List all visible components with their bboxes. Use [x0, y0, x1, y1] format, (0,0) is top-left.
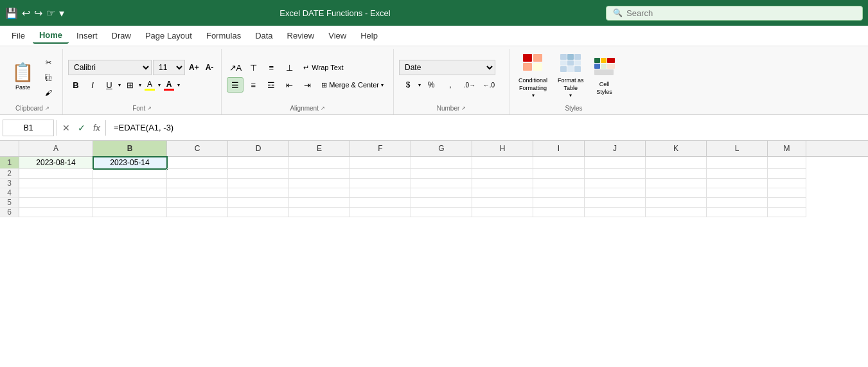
cell-D1[interactable]	[228, 157, 289, 169]
cell-H6[interactable]	[472, 208, 533, 217]
cell-H3[interactable]	[472, 179, 533, 188]
border-button[interactable]: ⊞	[122, 77, 137, 93]
font-family-selector[interactable]: Calibri	[68, 60, 152, 75]
cell-C2[interactable]	[167, 169, 228, 179]
customize-icon[interactable]: ▾	[59, 7, 64, 19]
cell-A1[interactable]: 2023-08-14	[19, 157, 93, 169]
formula-cancel-button[interactable]: ✕	[60, 121, 73, 134]
fmt-table-dropdown[interactable]: ▾	[569, 93, 572, 98]
cell-M3[interactable]	[768, 179, 806, 188]
font-shrink-button[interactable]: A-	[203, 60, 217, 75]
cell-F5[interactable]	[350, 198, 411, 208]
formula-confirm-button[interactable]: ✓	[75, 121, 88, 134]
cell-J1[interactable]	[585, 157, 646, 169]
menu-file[interactable]: File	[5, 28, 31, 43]
row-num-5[interactable]: 5	[0, 198, 19, 208]
cell-G2[interactable]	[411, 169, 472, 179]
cell-L1[interactable]	[707, 157, 768, 169]
menu-review[interactable]: Review	[281, 28, 321, 43]
cell-L4[interactable]	[707, 188, 768, 198]
cell-G1[interactable]	[411, 157, 472, 169]
cell-L3[interactable]	[707, 179, 768, 188]
cell-A4[interactable]	[19, 188, 93, 198]
cell-C6[interactable]	[167, 208, 228, 217]
cell-ref-input[interactable]	[3, 120, 54, 136]
cell-C4[interactable]	[167, 188, 228, 198]
cell-G6[interactable]	[411, 208, 472, 217]
cell-C5[interactable]	[167, 198, 228, 208]
format-as-table-button[interactable]: Format as Table ▾	[554, 51, 588, 101]
cell-D2[interactable]	[228, 169, 289, 179]
menu-home[interactable]: Home	[33, 28, 69, 44]
cell-styles-button[interactable]: Cell Styles	[590, 55, 619, 98]
cell-B3[interactable]	[93, 179, 167, 188]
menu-help[interactable]: Help	[354, 28, 384, 43]
col-header-F[interactable]: F	[350, 141, 411, 156]
cell-F4[interactable]	[350, 188, 411, 198]
col-header-K[interactable]: K	[646, 141, 707, 156]
cell-B6[interactable]	[93, 208, 167, 217]
paste-button[interactable]: 📋 Paste	[8, 59, 38, 93]
currency-button[interactable]: $	[399, 77, 417, 93]
merge-dropdown-icon[interactable]: ▾	[381, 82, 384, 88]
align-right-button[interactable]: ☲	[263, 77, 279, 93]
cell-K4[interactable]	[646, 188, 707, 198]
cell-E2[interactable]	[289, 169, 350, 179]
cell-K5[interactable]	[646, 198, 707, 208]
cell-B5[interactable]	[93, 198, 167, 208]
text-direction-button[interactable]: ↗A	[227, 60, 244, 75]
number-format-selector[interactable]: Date General Number Currency Short Date …	[399, 60, 495, 75]
cell-F3[interactable]	[350, 179, 411, 188]
cell-M4[interactable]	[768, 188, 806, 198]
cut-button[interactable]: ✂	[39, 56, 57, 69]
format-painter-button[interactable]: 🖌	[39, 86, 57, 99]
italic-button[interactable]: I	[85, 77, 100, 93]
cell-J6[interactable]	[585, 208, 646, 217]
menu-view[interactable]: View	[322, 28, 353, 43]
cell-A3[interactable]	[19, 179, 93, 188]
cell-M5[interactable]	[768, 198, 806, 208]
search-input[interactable]	[626, 8, 856, 18]
save-icon[interactable]: 💾	[5, 7, 18, 19]
search-box[interactable]: 🔍	[606, 6, 863, 21]
cell-L6[interactable]	[707, 208, 768, 217]
cell-C1[interactable]	[167, 157, 228, 169]
cell-H4[interactable]	[472, 188, 533, 198]
indent-increase-button[interactable]: ⇥	[299, 77, 315, 93]
cell-H5[interactable]	[472, 198, 533, 208]
col-header-D[interactable]: D	[228, 141, 289, 156]
cell-K3[interactable]	[646, 179, 707, 188]
menu-formulas[interactable]: Formulas	[200, 28, 247, 43]
menu-data[interactable]: Data	[249, 28, 279, 43]
align-top-button[interactable]: ⊤	[245, 60, 261, 75]
increase-decimal-button[interactable]: .0→	[461, 77, 479, 93]
cell-E6[interactable]	[289, 208, 350, 217]
cell-E5[interactable]	[289, 198, 350, 208]
touch-icon[interactable]: ☞	[46, 7, 55, 19]
merge-center-button[interactable]: ⊞ Merge & Center ▾	[317, 77, 388, 93]
cell-I2[interactable]	[533, 169, 585, 179]
font-grow-button[interactable]: A+	[186, 60, 202, 75]
underline-button[interactable]: U	[102, 77, 117, 93]
row-num-2[interactable]: 2	[0, 169, 19, 179]
cell-B1[interactable]: 2023-05-14	[93, 157, 167, 169]
col-header-L[interactable]: L	[707, 141, 768, 156]
cell-B4[interactable]	[93, 188, 167, 198]
cell-G4[interactable]	[411, 188, 472, 198]
number-expand-icon[interactable]: ↗	[461, 105, 466, 111]
cell-E1[interactable]	[289, 157, 350, 169]
font-color-button[interactable]: A	[162, 78, 176, 92]
col-header-H[interactable]: H	[472, 141, 533, 156]
cell-K6[interactable]	[646, 208, 707, 217]
cell-A5[interactable]	[19, 198, 93, 208]
indent-decrease-button[interactable]: ⇤	[281, 77, 297, 93]
cell-F1[interactable]	[350, 157, 411, 169]
cell-G5[interactable]	[411, 198, 472, 208]
cell-A6[interactable]	[19, 208, 93, 217]
currency-dropdown-icon[interactable]: ▾	[418, 82, 421, 88]
formula-input[interactable]	[111, 121, 865, 134]
font-color-dropdown-icon[interactable]: ▾	[177, 82, 180, 88]
col-header-J[interactable]: J	[585, 141, 646, 156]
fill-dropdown-icon[interactable]: ▾	[158, 82, 161, 88]
cell-E3[interactable]	[289, 179, 350, 188]
